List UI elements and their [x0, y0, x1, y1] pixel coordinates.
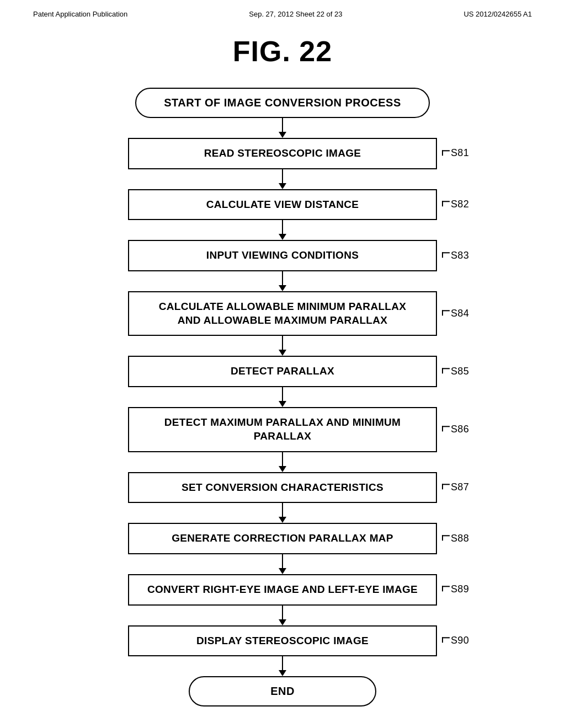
arrow-8 [128, 554, 437, 574]
step-row-s86: DETECT MAXIMUM PARALLAX AND MINIMUMPARAL… [128, 407, 437, 452]
step-box-s88: GENERATE CORRECTION PARALLAX MAPS88 [128, 523, 437, 554]
step-label-s85: S85 [442, 365, 469, 378]
figure-title: FIG. 22 [0, 35, 565, 68]
start-node: START OF IMAGE CONVERSION PROCESS [135, 88, 430, 118]
arrow-line [282, 169, 284, 183]
step-box-s81: READ STEREOSCOPIC IMAGES81 [128, 138, 437, 169]
arrow-head [279, 517, 286, 523]
step-box-s84: CALCULATE ALLOWABLE MINIMUM PARALLAXAND … [128, 291, 437, 336]
arrow-0 [279, 118, 286, 138]
arrow-line [282, 452, 284, 466]
step-box-s90: DISPLAY STEREOSCOPIC IMAGES90 [128, 625, 437, 657]
arrow-2 [128, 220, 437, 240]
arrow-head [279, 619, 286, 625]
step-label-s81: S81 [442, 147, 469, 160]
step-row-s89: CONVERT RIGHT-EYE IMAGE AND LEFT-EYE IMA… [128, 574, 437, 606]
step-box-s83: INPUT VIEWING CONDITIONSS83 [128, 240, 437, 271]
header-left: Patent Application Publication [33, 10, 127, 18]
step-row-s81: READ STEREOSCOPIC IMAGES81 [128, 138, 437, 169]
arrow-line [282, 118, 284, 132]
arrow-line [282, 220, 284, 234]
step-row-s82: CALCULATE VIEW DISTANCES82 [128, 189, 437, 221]
header-right: US 2012/0242655 A1 [463, 10, 532, 18]
arrow-head [279, 466, 286, 472]
steps-container: READ STEREOSCOPIC IMAGES81CALCULATE VIEW… [128, 138, 437, 676]
step-row-s85: DETECT PARALLAXS85 [128, 356, 437, 387]
arrow-head [279, 670, 286, 676]
flowchart: START OF IMAGE CONVERSION PROCESS READ S… [0, 88, 565, 706]
step-row-s90: DISPLAY STEREOSCOPIC IMAGES90 [128, 625, 437, 657]
step-row-s83: INPUT VIEWING CONDITIONSS83 [128, 240, 437, 271]
arrow-head [279, 234, 286, 240]
arrow-line [282, 554, 284, 568]
arrow-9 [128, 606, 437, 625]
arrow-line [282, 606, 284, 619]
arrow-5 [128, 387, 437, 407]
arrow-1 [128, 169, 437, 189]
step-label-s83: S83 [442, 249, 469, 262]
step-row-s84: CALCULATE ALLOWABLE MINIMUM PARALLAXAND … [128, 291, 437, 336]
step-box-s89: CONVERT RIGHT-EYE IMAGE AND LEFT-EYE IMA… [128, 574, 437, 606]
step-label-s89: S89 [442, 584, 469, 596]
arrow-head [279, 401, 286, 407]
arrow-head [279, 285, 286, 291]
arrow-line [282, 336, 284, 350]
start-box: START OF IMAGE CONVERSION PROCESS [135, 88, 430, 118]
arrow-10 [128, 656, 437, 676]
arrow-head [279, 183, 286, 189]
arrow-4 [128, 336, 437, 356]
page-header: Patent Application Publication Sep. 27, … [0, 0, 565, 18]
step-label-s86: S86 [442, 423, 469, 436]
arrow-head [279, 568, 286, 574]
end-node: END [189, 676, 376, 706]
step-label-s82: S82 [442, 198, 469, 211]
step-row-s88: GENERATE CORRECTION PARALLAX MAPS88 [128, 523, 437, 554]
arrow-7 [128, 503, 437, 523]
step-box-s86: DETECT MAXIMUM PARALLAX AND MINIMUMPARAL… [128, 407, 437, 452]
arrow-head [279, 350, 286, 356]
step-box-s85: DETECT PARALLAXS85 [128, 356, 437, 387]
arrow-3 [128, 271, 437, 291]
arrow-line [282, 387, 284, 401]
header-center: Sep. 27, 2012 Sheet 22 of 23 [249, 10, 342, 18]
arrow-line [282, 503, 284, 517]
step-label-s88: S88 [442, 532, 469, 545]
step-row-s87: SET CONVERSION CHARACTERISTICSS87 [128, 472, 437, 504]
step-box-s87: SET CONVERSION CHARACTERISTICSS87 [128, 472, 437, 504]
end-box: END [189, 676, 376, 706]
arrow-6 [128, 452, 437, 472]
arrow-head [279, 132, 286, 138]
arrow-line [282, 656, 284, 670]
arrow-line [282, 271, 284, 285]
step-box-s82: CALCULATE VIEW DISTANCES82 [128, 189, 437, 221]
step-label-s84: S84 [442, 307, 469, 320]
step-label-s90: S90 [442, 634, 469, 647]
step-label-s87: S87 [442, 481, 469, 494]
